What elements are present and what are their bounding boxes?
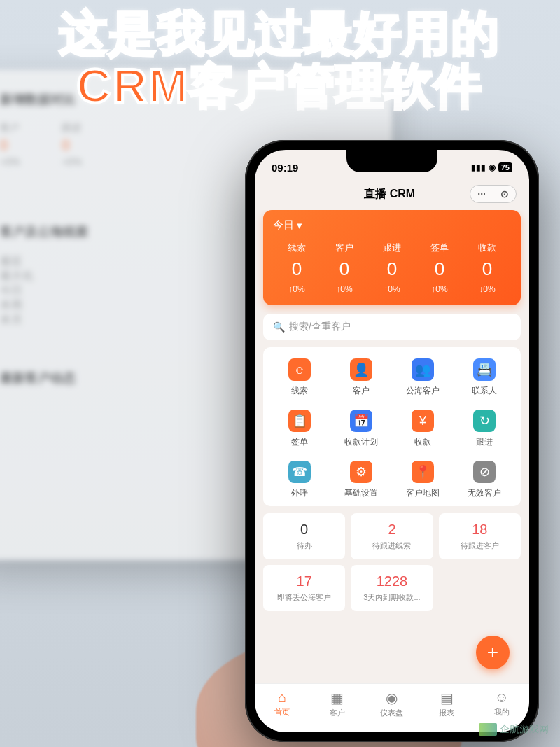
- summary-label: 3天内到期收款...: [356, 592, 427, 603]
- search-icon: 🔍: [273, 321, 285, 333]
- menu-item-收款计划[interactable]: 📅收款计划: [330, 410, 392, 448]
- search-input[interactable]: 🔍 搜索/查重客户: [263, 314, 521, 340]
- miniprogram-capsule[interactable]: ··· ⊙: [470, 185, 517, 203]
- chevron-down-icon: ▾: [297, 219, 302, 232]
- tab-label: 仪表盘: [380, 708, 403, 717]
- 外呼-icon: ☎: [288, 461, 311, 483]
- stat-change: ↑0%: [273, 284, 321, 294]
- menu-item-基础设置[interactable]: ⚙基础设置: [330, 461, 392, 499]
- 跟进-icon: ↻: [473, 410, 496, 432]
- menu-label: 外呼: [291, 487, 308, 499]
- summary-value: 2: [356, 522, 427, 538]
- tab-label: 我的: [494, 708, 510, 716]
- menu-label: 联系人: [472, 385, 497, 397]
- tab-label: 报表: [439, 708, 454, 717]
- stat-4[interactable]: 收款0↓0%: [463, 242, 511, 294]
- bg-col-customer: 客户 0 +0%: [0, 122, 20, 167]
- watermark-logo-icon: [479, 723, 497, 736]
- stat-value: 0: [273, 258, 321, 280]
- phone-notch: [346, 150, 438, 172]
- close-icon[interactable]: ⊙: [493, 188, 516, 200]
- add-button[interactable]: +: [476, 636, 510, 669]
- app-header: 直播 CRM ··· ⊙: [255, 181, 529, 210]
- 无效客户-icon: ⊘: [473, 461, 496, 483]
- summary-label: 待跟进线索: [356, 540, 427, 551]
- menu-item-联系人[interactable]: 📇联系人: [454, 358, 515, 397]
- menu-label: 公海客户: [406, 385, 440, 397]
- 公海客户-icon: 👥: [412, 358, 434, 381]
- summary-cell-0[interactable]: 0待办: [263, 513, 345, 559]
- menu-icon[interactable]: ···: [470, 188, 493, 200]
- stat-label: 签单: [416, 242, 463, 254]
- menu-grid-card: ℮线索👤客户👥公海客户📇联系人📋签单📅收款计划¥收款↻跟进☎外呼⚙基础设置📍客户…: [263, 347, 521, 506]
- summary-value: 18: [444, 522, 515, 538]
- app-title: 直播 CRM: [364, 187, 415, 202]
- 线索-icon: ℮: [288, 358, 311, 381]
- summary-cell-1[interactable]: 2待跟进线索: [351, 513, 433, 559]
- tab-icon: ▤: [419, 690, 474, 706]
- summary-cell-4[interactable]: 12283天内到期收款...: [351, 565, 433, 611]
- summary-label: 待办: [269, 540, 340, 551]
- menu-item-客户[interactable]: 👤客户: [330, 358, 392, 397]
- summary-label: 即将丢公海客户: [269, 592, 340, 603]
- menu-label: 无效客户: [468, 487, 501, 499]
- stat-change: ↓0%: [463, 284, 511, 294]
- stat-value: 0: [368, 258, 416, 280]
- menu-label: 收款: [414, 436, 431, 448]
- tab-label: 客户: [330, 708, 345, 717]
- summary-label: 待跟进客户: [444, 540, 515, 551]
- menu-item-客户地图[interactable]: 📍客户地图: [392, 461, 454, 499]
- stat-change: ↑0%: [321, 284, 368, 294]
- summary-cell-3[interactable]: 17即将丢公海客户: [263, 565, 345, 611]
- battery-indicator: 75: [498, 162, 512, 172]
- stat-0[interactable]: 线索0↑0%: [273, 242, 321, 294]
- menu-label: 跟进: [476, 436, 493, 448]
- menu-label: 收款计划: [344, 436, 378, 448]
- plus-icon: +: [487, 641, 498, 664]
- tab-icon: ◉: [365, 690, 419, 706]
- 收款-icon: ¥: [412, 410, 434, 432]
- tab-icon: ▦: [309, 690, 364, 706]
- menu-label: 客户: [353, 385, 370, 397]
- stat-1[interactable]: 客户0↑0%: [321, 242, 368, 294]
- summary-value: 17: [269, 573, 340, 589]
- menu-label: 线索: [291, 385, 308, 397]
- stat-2[interactable]: 跟进0↑0%: [368, 242, 416, 294]
- search-placeholder: 搜索/查重客户: [289, 321, 351, 333]
- stat-label: 收款: [463, 242, 511, 254]
- menu-item-签单[interactable]: 📋签单: [269, 410, 330, 448]
- stat-value: 0: [321, 258, 368, 280]
- menu-item-公海客户[interactable]: 👥公海客户: [392, 358, 454, 397]
- stat-value: 0: [463, 258, 511, 280]
- status-time: 09:19: [272, 162, 298, 174]
- stat-label: 客户: [321, 242, 368, 254]
- summary-cell-2[interactable]: 18待跟进客户: [439, 513, 521, 559]
- menu-item-线索[interactable]: ℮线索: [269, 358, 330, 397]
- tab-仪表盘[interactable]: ◉仪表盘: [365, 690, 419, 718]
- tab-报表[interactable]: ▤报表: [419, 690, 474, 718]
- menu-label: 客户地图: [406, 487, 440, 499]
- stat-change: ↑0%: [368, 284, 416, 294]
- marketing-headline: 这是我见过最好用的 CRM客户管理软件: [0, 7, 560, 112]
- bg-col-followup: 跟进 0 +0%: [62, 122, 81, 167]
- watermark: 企航游戏网: [479, 723, 549, 736]
- phone-screen: 09:19 ▮▮▮ ◉ 75 直播 CRM ··· ⊙ 今日 ▾: [255, 150, 529, 732]
- tab-icon: ☺: [475, 690, 529, 706]
- summary-value: 0: [269, 522, 340, 538]
- menu-item-收款[interactable]: ¥收款: [392, 410, 454, 448]
- tab-首页[interactable]: ⌂首页: [255, 690, 309, 718]
- stat-label: 跟进: [368, 242, 416, 254]
- menu-item-外呼[interactable]: ☎外呼: [269, 461, 330, 499]
- menu-item-无效客户[interactable]: ⊘无效客户: [454, 461, 515, 499]
- 客户-icon: 👤: [350, 358, 372, 381]
- tab-我的[interactable]: ☺我的: [475, 690, 529, 718]
- stat-label: 线索: [273, 242, 321, 254]
- today-stats-card[interactable]: 今日 ▾ 线索0↑0%客户0↑0%跟进0↑0%签单0↑0%收款0↓0%: [263, 210, 521, 305]
- 基础设置-icon: ⚙: [350, 461, 372, 483]
- tab-客户[interactable]: ▦客户: [309, 690, 364, 718]
- menu-item-跟进[interactable]: ↻跟进: [454, 410, 515, 448]
- stats-period-selector[interactable]: 今日 ▾: [273, 218, 511, 232]
- wifi-icon: ◉: [489, 162, 496, 172]
- stat-3[interactable]: 签单0↑0%: [416, 242, 463, 294]
- 联系人-icon: 📇: [473, 358, 496, 381]
